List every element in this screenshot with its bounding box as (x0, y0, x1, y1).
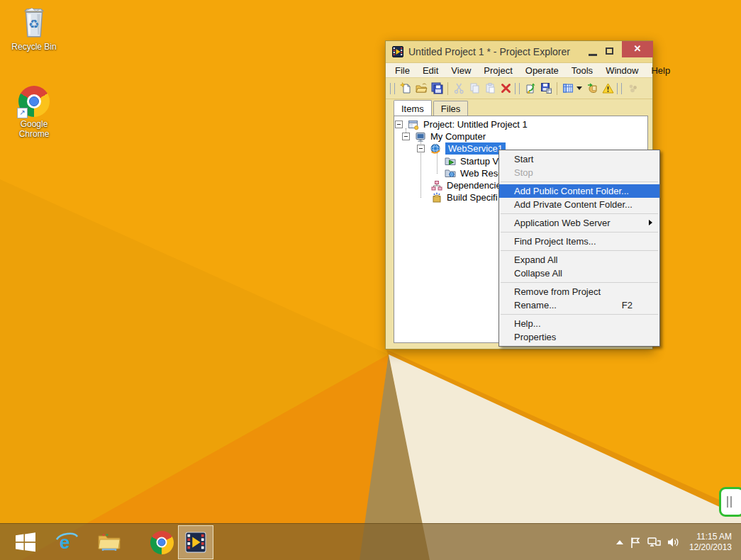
minimize-button[interactable] (589, 54, 597, 56)
maximize-button[interactable] (606, 47, 613, 55)
paste-icon (484, 82, 496, 94)
tree-label: Build Specifi (447, 192, 498, 203)
desktop: ♻ Recycle Bin ↗ Google Chrome Untitled P… (0, 0, 741, 560)
cut-button[interactable] (452, 82, 466, 96)
network-icon (647, 537, 661, 548)
google-chrome-shortcut[interactable]: ↗ Google Chrome (9, 85, 60, 139)
windows-logo-icon (16, 532, 35, 552)
network-button[interactable] (647, 537, 661, 548)
menu-separator (501, 232, 658, 233)
menu-item-add-private-content-folder[interactable]: Add Private Content Folder... (499, 198, 659, 211)
menu-item-help[interactable]: Help... (499, 317, 659, 330)
show-hidden-icons-button[interactable] (616, 540, 623, 544)
menu-item-remove-from-project[interactable]: Remove from Project (499, 285, 659, 298)
menu-separator (501, 314, 658, 315)
toolbar-drag-handle[interactable] (515, 83, 520, 94)
flag-icon (630, 537, 641, 549)
desktop-icon-label: Google Chrome (9, 119, 60, 139)
volume-button[interactable] (667, 537, 680, 548)
file-explorer-icon (97, 532, 121, 553)
tree-row-project[interactable]: Project: Untitled Project 1 (394, 118, 647, 130)
save-button[interactable] (430, 82, 444, 96)
open-project-button[interactable] (414, 82, 428, 96)
delete-button[interactable] (498, 82, 513, 96)
warning-icon (602, 82, 614, 94)
internet-explorer-button[interactable]: e (51, 524, 82, 560)
collapse-toggle[interactable] (395, 121, 403, 128)
menu-item-rename[interactable]: Rename... F2 (499, 298, 659, 312)
chrome-icon: ↗ (18, 86, 50, 117)
menu-view[interactable]: View (445, 65, 477, 76)
menu-window[interactable]: Window (599, 65, 645, 76)
shortcut-arrow-icon: ↗ (17, 108, 28, 118)
window-title: Untitled Project 1 * - Project Explorer (408, 46, 570, 57)
system-tray: 11:15 AM 12/20/2013 (616, 524, 737, 560)
menu-item-application-web-server[interactable]: Application Web Server (499, 216, 659, 230)
delete-icon (500, 82, 512, 94)
export-button[interactable] (523, 82, 537, 96)
my-computer-icon (415, 131, 426, 142)
toolbar-drag-handle[interactable] (617, 83, 622, 94)
up-caret-icon (616, 540, 623, 544)
menu-edit[interactable]: Edit (416, 65, 445, 76)
menu-item-start[interactable]: Start (499, 152, 659, 166)
edge-handle-widget[interactable] (719, 487, 741, 517)
menu-operate[interactable]: Operate (519, 65, 565, 76)
team-button[interactable] (625, 82, 640, 96)
paste-button[interactable] (483, 82, 497, 96)
menu-item-collapse-all[interactable]: Collapse All (499, 267, 659, 280)
menu-separator (501, 213, 658, 214)
web-resources-icon (445, 167, 456, 179)
menu-item-stop: Stop (499, 166, 659, 179)
internet-explorer-icon: e (55, 530, 79, 554)
dropdown-caret-icon[interactable] (576, 86, 582, 90)
menu-item-label: Application Web Server (514, 218, 611, 228)
menu-item-label: Rename... (514, 300, 557, 310)
tree-label: Dependencie (447, 180, 501, 191)
action-center-button[interactable] (630, 537, 641, 549)
close-button[interactable]: ✕ (622, 41, 653, 57)
menu-shortcut: F2 (622, 298, 633, 312)
file-explorer-button[interactable] (94, 524, 125, 560)
menu-item-properties[interactable]: Properties (499, 330, 659, 344)
menu-file[interactable]: File (389, 65, 416, 76)
toolbar-separator (557, 82, 557, 95)
recycle-bin-shortcut[interactable]: ♻ Recycle Bin (9, 7, 60, 52)
tab-strip: Items Files (394, 100, 469, 116)
save-all-button[interactable] (539, 82, 553, 96)
copy-button[interactable] (467, 82, 481, 96)
menu-tools[interactable]: Tools (565, 65, 599, 76)
new-file-button[interactable] (399, 82, 413, 96)
collapse-toggle[interactable] (417, 145, 425, 152)
copy-icon (469, 82, 481, 94)
resolve-conflicts-icon (586, 82, 598, 94)
dependencies-icon (431, 180, 442, 191)
warning-button[interactable] (601, 82, 615, 96)
menu-item-expand-all[interactable]: Expand All (499, 253, 659, 267)
web-service-icon (430, 143, 441, 155)
start-button[interactable] (7, 524, 44, 560)
toolbar-drag-handle[interactable] (390, 83, 395, 94)
menu-help[interactable]: Help (645, 65, 676, 76)
labview-taskbar-button-active[interactable] (178, 525, 213, 559)
save-icon (431, 82, 443, 94)
clock[interactable]: 11:15 AM 12/20/2013 (689, 532, 737, 553)
menu-item-add-public-content-folder[interactable]: Add Public Content Folder... (499, 184, 659, 198)
tree-label: My Computer (430, 131, 486, 142)
tab-files[interactable]: Files (433, 101, 468, 116)
menu-item-find-project-items[interactable]: Find Project Items... (499, 235, 659, 248)
menu-project[interactable]: Project (477, 65, 518, 76)
submenu-arrow-icon (649, 220, 652, 225)
tree-row-my-computer[interactable]: My Computer (394, 130, 647, 142)
svg-text:♻: ♻ (28, 17, 39, 31)
titlebar[interactable]: Untitled Project 1 * - Project Explorer … (386, 41, 652, 62)
collapse-toggle[interactable] (402, 133, 410, 140)
tab-items[interactable]: Items (394, 100, 432, 116)
column-view-button[interactable] (561, 82, 575, 96)
context-menu: Start Stop Add Public Content Folder... … (498, 150, 660, 347)
chrome-taskbar-button[interactable] (146, 524, 177, 560)
resolve-conflicts-button[interactable] (585, 82, 599, 96)
toolbar (386, 78, 652, 99)
menu-separator (501, 250, 658, 251)
taskbar: e (0, 523, 741, 560)
